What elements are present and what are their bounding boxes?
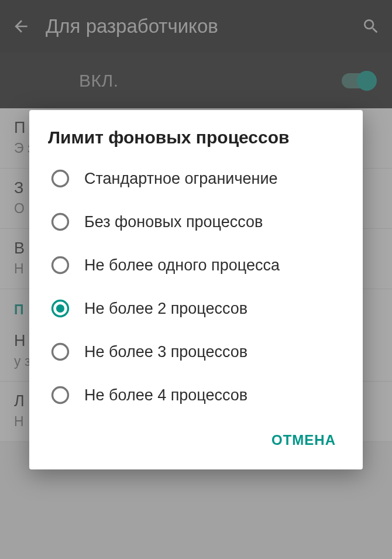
radio-unselected-icon [50,385,70,405]
radio-option[interactable]: Без фоновых процессов [29,200,363,244]
process-limit-dialog: Лимит фоновых процессов Стандартное огра… [29,110,363,469]
svg-point-2 [53,258,68,273]
radio-label: Не более 4 процессов [84,386,247,404]
cancel-button[interactable]: ОТМЕНА [261,425,346,455]
radio-option[interactable]: Не более 3 процессов [29,330,363,373]
radio-label: Без фоновых процессов [84,213,263,231]
radio-unselected-icon [50,255,70,275]
svg-point-6 [53,387,68,403]
radio-selected-icon [50,299,70,318]
dialog-actions: ОТМЕНА [29,420,363,461]
svg-point-5 [53,344,68,360]
svg-point-1 [53,214,68,230]
radio-label: Стандартное ограничение [84,170,277,188]
radio-option[interactable]: Не более 2 процессов [29,287,363,330]
radio-label: Не более одного процесса [84,256,280,275]
svg-point-4 [56,304,64,313]
radio-unselected-icon [50,342,70,362]
radio-label: Не более 2 процессов [84,300,247,318]
radio-label: Не более 3 процессов [84,343,247,361]
radio-option[interactable]: Стандартное ограничение [29,157,363,200]
dialog-title: Лимит фоновых процессов [29,128,363,153]
svg-point-0 [53,171,68,187]
radio-unselected-icon [50,212,70,232]
radio-option[interactable]: Не более 4 процессов [29,373,363,417]
radio-unselected-icon [50,169,70,188]
radio-option[interactable]: Не более одного процесса [29,244,363,287]
radio-list: Стандартное ограничениеБез фоновых проце… [29,153,363,420]
